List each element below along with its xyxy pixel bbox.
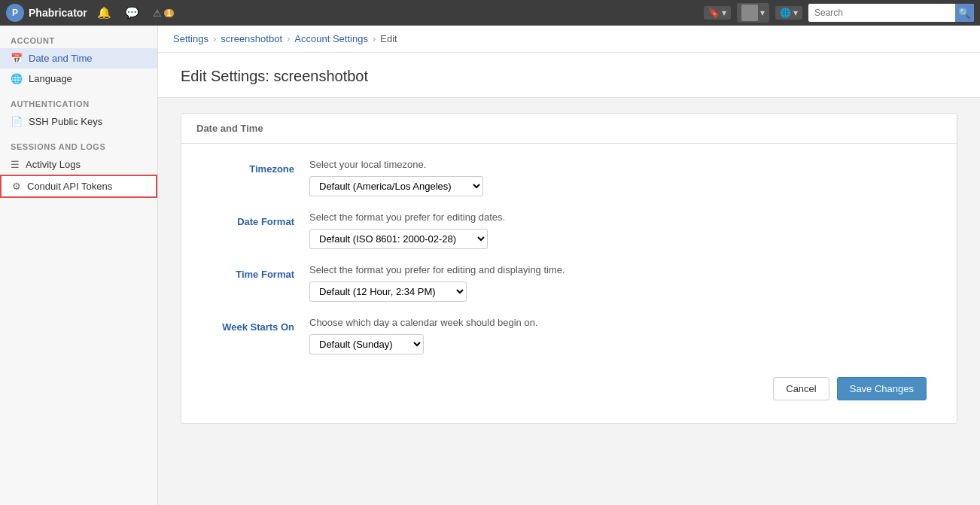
sidebar-section-auth: AUTHENTICATION <box>0 89 157 111</box>
card-body: Timezone Select your local timezone. Def… <box>181 144 957 423</box>
bookmark-dropdown-icon: ▾ <box>722 8 726 18</box>
page-header: Edit Settings: screenshotbot <box>158 53 980 98</box>
globe-icon: 🌐 <box>780 8 791 18</box>
time-format-col: Select the format you prefer for editing… <box>309 264 927 302</box>
sidebar-section-account: ACCOUNT <box>0 26 157 48</box>
logo-icon: P <box>6 4 24 22</box>
sidebar-section-sessions: SESSIONS AND LOGS <box>0 132 157 154</box>
globe-btn[interactable]: 🌐 ▾ <box>775 6 802 20</box>
calendar-icon: 📅 <box>11 53 23 64</box>
alert-badge-group[interactable]: ⚠ 1 <box>149 6 178 20</box>
breadcrumb-edit: Edit <box>380 33 397 44</box>
sidebar-item-ssh-label: SSH Public Keys <box>29 116 102 127</box>
date-format-label: Date Format <box>212 211 294 227</box>
chat-icon[interactable]: 💬 <box>121 5 143 21</box>
breadcrumb-screenshotbot[interactable]: screenshotbot <box>221 33 282 44</box>
week-starts-col: Choose which day a calendar week should … <box>309 317 927 354</box>
search-button[interactable]: 🔍 <box>955 4 974 22</box>
timezone-help: Select your local timezone. <box>309 159 927 170</box>
search-icon: 🔍 <box>958 8 971 19</box>
date-format-row: Date Format Select the format you prefer… <box>212 211 927 249</box>
app-name: Phabricator <box>29 7 87 19</box>
sidebar-item-activity-label: Activity Logs <box>26 159 81 170</box>
breadcrumb-settings[interactable]: Settings <box>173 33 208 44</box>
save-changes-button[interactable]: Save Changes <box>837 377 927 400</box>
time-format-help: Select the format you prefer for editing… <box>309 264 927 275</box>
avatar-btn[interactable]: ▾ <box>737 3 769 23</box>
cancel-button[interactable]: Cancel <box>773 377 829 400</box>
form-actions: Cancel Save Changes <box>212 370 927 400</box>
main-content: Settings › screenshotbot › Account Setti… <box>158 26 980 505</box>
list-icon: ☰ <box>11 159 20 170</box>
bookmark-btn[interactable]: 🔖 ▾ <box>704 6 731 20</box>
bookmark-icon: 🔖 <box>708 8 720 18</box>
settings-card: Date and Time Timezone Select your local… <box>181 113 957 424</box>
time-format-row: Time Format Select the format you prefer… <box>212 264 927 302</box>
timezone-select[interactable]: Default (America/Los Angeles) UTC Americ… <box>309 176 483 196</box>
sidebar: ACCOUNT 📅 Date and Time 🌐 Language AUTHE… <box>0 26 158 505</box>
globe-dropdown-icon: ▾ <box>793 8 798 18</box>
sidebar-item-conduit-api[interactable]: ⚙ Conduit API Tokens <box>0 175 157 198</box>
breadcrumb-account-settings[interactable]: Account Settings <box>294 33 368 44</box>
sidebar-item-date-time[interactable]: 📅 Date and Time <box>0 48 157 68</box>
date-format-col: Select the format you prefer for editing… <box>309 211 927 249</box>
breadcrumb-sep-2: › <box>287 33 290 44</box>
timezone-row: Timezone Select your local timezone. Def… <box>212 159 927 196</box>
layout: ACCOUNT 📅 Date and Time 🌐 Language AUTHE… <box>0 26 980 505</box>
language-icon: 🌐 <box>11 73 23 84</box>
app-logo[interactable]: P Phabricator <box>6 4 87 22</box>
timezone-col: Select your local timezone. Default (Ame… <box>309 159 927 196</box>
breadcrumb-sep-1: › <box>213 33 216 44</box>
week-starts-label: Week Starts On <box>212 317 294 333</box>
sidebar-item-language-label: Language <box>29 73 72 84</box>
alert-icon: ⚠ <box>153 8 162 19</box>
sidebar-item-activity-logs[interactable]: ☰ Activity Logs <box>0 154 157 175</box>
search-box: 🔍 <box>808 4 974 22</box>
document-icon: 📄 <box>11 116 23 127</box>
navbar: P Phabricator 🔔 💬 ⚠ 1 🔖 ▾ ▾ 🌐 ▾ 🔍 <box>0 0 980 26</box>
avatar-dropdown-icon: ▾ <box>760 8 765 18</box>
date-format-help: Select the format you prefer for editing… <box>309 211 927 223</box>
time-format-label: Time Format <box>212 264 294 280</box>
sidebar-item-ssh-keys[interactable]: 📄 SSH Public Keys <box>0 111 157 132</box>
sidebar-item-conduit-label: Conduit API Tokens <box>27 181 112 192</box>
gear-icon: ⚙ <box>12 181 21 192</box>
date-format-select[interactable]: Default (ISO 8601: 2000-02-28) MM/DD/YYY… <box>309 229 488 249</box>
search-input[interactable] <box>808 4 955 22</box>
user-avatar <box>741 5 758 21</box>
timezone-label: Timezone <box>212 159 294 175</box>
time-format-select[interactable]: Default (12 Hour, 2:34 PM) 24 Hour <box>309 281 467 302</box>
breadcrumb-sep-3: › <box>373 33 376 44</box>
week-starts-select[interactable]: Default (Sunday) Monday Saturday <box>309 334 424 354</box>
alert-count: 1 <box>164 9 175 17</box>
breadcrumb: Settings › screenshotbot › Account Setti… <box>158 26 980 53</box>
sidebar-item-language[interactable]: 🌐 Language <box>0 68 157 89</box>
notification-icon[interactable]: 🔔 <box>93 5 115 21</box>
card-section-title: Date and Time <box>181 114 957 144</box>
page-title: Edit Settings: screenshotbot <box>181 68 957 85</box>
week-starts-row: Week Starts On Choose which day a calend… <box>212 317 927 354</box>
week-starts-help: Choose which day a calendar week should … <box>309 317 927 328</box>
sidebar-item-date-time-label: Date and Time <box>29 53 93 64</box>
